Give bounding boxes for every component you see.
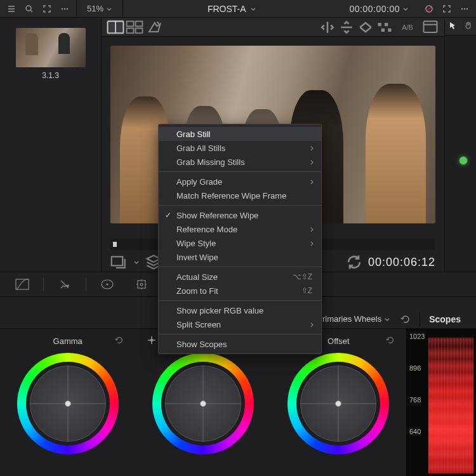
svg-point-2 bbox=[64, 8, 65, 9]
menu-item[interactable]: Show picker RGB value bbox=[159, 303, 321, 317]
svg-point-7 bbox=[466, 8, 468, 9]
fullscreen-icon[interactable] bbox=[438, 0, 456, 18]
node-panel bbox=[444, 18, 476, 272]
list-view-icon[interactable] bbox=[3, 0, 20, 18]
svg-rect-11 bbox=[127, 28, 134, 33]
curves-palette-icon[interactable] bbox=[6, 274, 38, 294]
zoom-percentage[interactable]: 51% bbox=[79, 4, 120, 13]
picker-icon[interactable] bbox=[147, 335, 157, 347]
wipe-vertical-icon[interactable] bbox=[338, 20, 355, 35]
qualifier-palette-icon[interactable] bbox=[49, 274, 81, 294]
unmix-icon[interactable] bbox=[110, 255, 128, 270]
menu-item[interactable]: Grab Missing Stills bbox=[159, 155, 321, 169]
menu-item[interactable]: Show Reference Wipe bbox=[159, 208, 321, 222]
window-palette-icon[interactable] bbox=[91, 274, 123, 294]
svg-rect-15 bbox=[381, 28, 385, 31]
svg-point-0 bbox=[26, 6, 31, 11]
svg-rect-16 bbox=[388, 28, 391, 31]
wheel-reset-icon[interactable] bbox=[386, 336, 395, 347]
menu-item[interactable]: Zoom to Fit⇧Z bbox=[159, 284, 321, 298]
wipe-diagonal-icon[interactable] bbox=[357, 20, 374, 35]
color-wheel[interactable] bbox=[152, 353, 254, 454]
svg-rect-17 bbox=[424, 22, 437, 33]
svg-point-23 bbox=[140, 283, 143, 286]
svg-rect-10 bbox=[136, 21, 143, 26]
svg-point-5 bbox=[461, 8, 463, 9]
still-thumbnail[interactable]: 3.1.3 bbox=[16, 28, 86, 80]
primaries-mode-dropdown[interactable]: Primaries Wheels bbox=[310, 314, 397, 324]
viewer-timecode: 00:00:06:12 bbox=[368, 256, 435, 269]
svg-point-3 bbox=[67, 8, 68, 9]
svg-point-6 bbox=[464, 8, 465, 9]
svg-rect-12 bbox=[136, 28, 143, 33]
svg-point-21 bbox=[107, 284, 108, 285]
wheel-label: Gamma bbox=[53, 336, 83, 346]
scope-axis-label: 640 bbox=[409, 428, 421, 435]
more-icon-2[interactable] bbox=[456, 0, 473, 18]
color-wheel[interactable] bbox=[288, 353, 389, 454]
image-wipe-icon[interactable] bbox=[107, 20, 124, 35]
menu-item[interactable]: Actual Size⌥⇧Z bbox=[159, 270, 321, 284]
expand-icon[interactable] bbox=[38, 0, 56, 18]
context-menu: Grab StillGrab All StillsGrab Missing St… bbox=[158, 124, 322, 354]
svg-rect-13 bbox=[378, 23, 381, 26]
thumbnail-image bbox=[16, 28, 86, 67]
menu-item[interactable]: Reference Mode bbox=[159, 222, 321, 236]
waveform-display bbox=[428, 338, 473, 473]
svg-rect-22 bbox=[138, 281, 145, 288]
wipe-horizontal-icon[interactable] bbox=[319, 20, 336, 35]
menu-item[interactable]: Show Scopes bbox=[159, 337, 321, 351]
primaries-reset-icon[interactable] bbox=[397, 312, 414, 327]
highlight-icon[interactable] bbox=[145, 20, 162, 35]
menu-item[interactable]: Apply Grade bbox=[159, 175, 321, 188]
color-wheel[interactable] bbox=[17, 353, 119, 454]
svg-rect-14 bbox=[385, 23, 388, 26]
more-icon[interactable] bbox=[56, 0, 74, 18]
gallery-mode-icon[interactable] bbox=[421, 20, 439, 35]
split-view-icon[interactable] bbox=[126, 20, 143, 35]
timecode-top[interactable]: 00:00:00:00 bbox=[341, 4, 418, 14]
arrow-tool-icon[interactable] bbox=[448, 21, 457, 32]
menu-item[interactable]: Grab All Stills bbox=[159, 141, 321, 155]
menu-item[interactable]: Grab Still bbox=[159, 127, 321, 141]
svg-point-1 bbox=[62, 8, 63, 9]
svg-point-29 bbox=[151, 339, 153, 341]
clip-name[interactable]: FROST-A bbox=[123, 4, 341, 14]
ab-toggle[interactable]: A/B bbox=[395, 20, 420, 35]
wheel-reset-icon[interactable] bbox=[115, 336, 124, 347]
hand-tool-icon[interactable] bbox=[464, 21, 473, 32]
checker-icon[interactable] bbox=[376, 20, 393, 35]
search-icon[interactable] bbox=[20, 0, 38, 18]
svg-rect-9 bbox=[127, 21, 134, 26]
top-toolbar: 51% FROST-A 00:00:00:00 bbox=[0, 0, 476, 18]
node-indicator[interactable] bbox=[459, 156, 468, 165]
gallery-panel: 3.1.3 bbox=[0, 18, 102, 272]
thumbnail-label: 3.1.3 bbox=[42, 71, 59, 80]
menu-item[interactable]: Invert Wipe bbox=[159, 250, 321, 264]
loop-icon[interactable] bbox=[345, 255, 363, 270]
viewer-toolbar: A/B bbox=[102, 18, 444, 37]
menu-item[interactable]: Split Screen bbox=[159, 317, 321, 331]
scope-axis-label: 896 bbox=[409, 364, 421, 372]
wheel-gamma: Gamma bbox=[0, 329, 135, 476]
tracking-palette-icon[interactable] bbox=[126, 274, 157, 294]
bypass-icon[interactable] bbox=[420, 0, 438, 18]
scope-axis-label: 768 bbox=[409, 396, 421, 404]
menu-item[interactable]: Match Reference Wipe Frame bbox=[159, 188, 321, 202]
menu-item[interactable]: Wipe Style bbox=[159, 236, 321, 250]
scopes-title: Scopes bbox=[423, 314, 467, 324]
svg-rect-18 bbox=[112, 256, 123, 265]
scopes-panel[interactable]: 1023 896 768 640 bbox=[406, 329, 476, 476]
scope-axis-label: 1023 bbox=[409, 333, 425, 340]
wheel-label: Offset bbox=[327, 336, 349, 346]
